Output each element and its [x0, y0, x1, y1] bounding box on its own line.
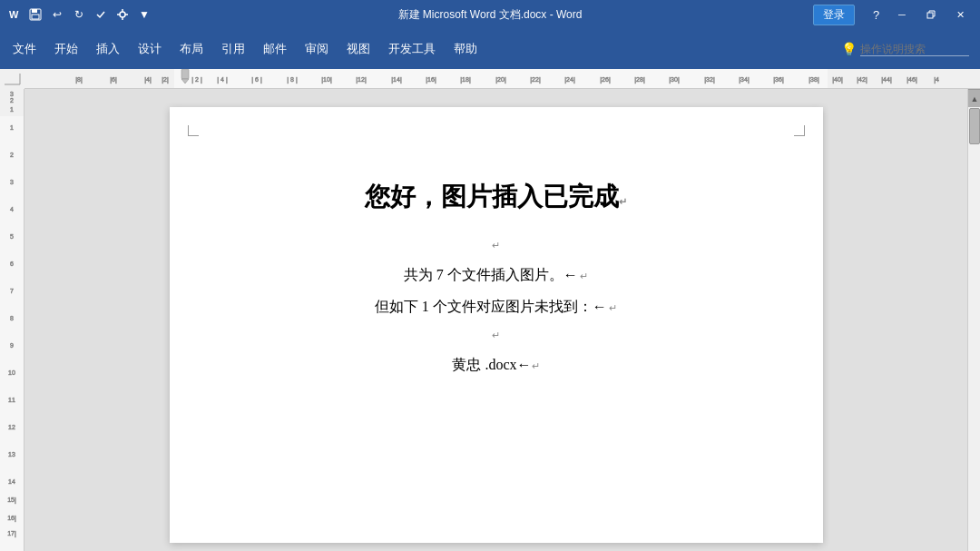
- titlebar: W ↩ ↻ ▼: [0, 0, 980, 29]
- doc-empty-line1: ↵: [251, 232, 741, 259]
- svg-text:2: 2: [10, 97, 14, 103]
- svg-rect-4: [32, 15, 39, 19]
- svg-text:| 2 |: | 2 |: [191, 76, 202, 84]
- svg-text:|4: |4: [934, 76, 939, 84]
- svg-text:9: 9: [10, 342, 14, 349]
- svg-rect-3: [32, 9, 37, 13]
- svg-text:1: 1: [10, 124, 14, 131]
- svg-text:12: 12: [8, 424, 15, 430]
- document-content: 您好，图片插入已完成↵ ↵ 共为 7 个文件插入图片。← ↵ 但如下 1 个文件…: [251, 180, 741, 380]
- svg-text:|12|: |12|: [356, 76, 367, 84]
- svg-text:5: 5: [10, 233, 14, 240]
- save-quickaccess-btn[interactable]: [27, 6, 44, 23]
- svg-text:16|: 16|: [7, 515, 16, 522]
- svg-rect-20: [181, 69, 189, 79]
- titlebar-title: 新建 Microsoft Word 文档.docx - Word: [398, 7, 583, 23]
- svg-text:|34|: |34|: [739, 76, 750, 84]
- svg-text:|20|: |20|: [495, 76, 506, 84]
- svg-text:|32|: |32|: [704, 76, 715, 84]
- svg-text:|40|: |40|: [832, 76, 843, 84]
- word-icon: W: [7, 7, 22, 22]
- menu-layout[interactable]: 布局: [171, 33, 212, 65]
- svg-text:|46|: |46|: [906, 76, 917, 84]
- svg-text:3: 3: [10, 179, 14, 185]
- svg-text:|4|: |4|: [144, 76, 152, 84]
- ruler-container: // This is decorative; we'll draw static…: [0, 69, 980, 89]
- svg-text:?: ?: [873, 8, 879, 22]
- corner-mark-tl: [188, 125, 199, 136]
- svg-text:7: 7: [10, 288, 14, 294]
- left-ruler: 1 2 3 4 5 6 7 8 9 10 11 12 13 14 15| 16|…: [0, 89, 24, 551]
- vertical-scrollbar[interactable]: ▲: [967, 89, 980, 551]
- restore-button[interactable]: [918, 4, 944, 25]
- menu-insert[interactable]: 插入: [87, 33, 129, 65]
- svg-text:8: 8: [10, 315, 14, 321]
- svg-text:15|: 15|: [7, 497, 16, 504]
- svg-text:10: 10: [8, 369, 15, 376]
- svg-text:2: 2: [10, 152, 14, 158]
- doc-line3: 黄忠 .docx←↵: [251, 349, 741, 380]
- svg-text:|6|: |6|: [110, 76, 117, 84]
- svg-text:|24|: |24|: [564, 76, 575, 84]
- svg-text:17|: 17|: [7, 530, 16, 537]
- undo-quickaccess-btn[interactable]: ↩: [49, 6, 65, 23]
- svg-text:6: 6: [10, 261, 14, 267]
- svg-text:|30|: |30|: [669, 76, 680, 84]
- svg-text:| 8 |: | 8 |: [287, 76, 298, 84]
- svg-point-5: [120, 12, 125, 17]
- svg-text:|18|: |18|: [460, 76, 471, 84]
- menu-references[interactable]: 引用: [212, 33, 254, 65]
- document-page: 您好，图片插入已完成↵ ↵ 共为 7 个文件插入图片。← ↵ 但如下 1 个文件…: [170, 107, 823, 543]
- svg-text:13: 13: [8, 451, 15, 458]
- lightbulb-icon: 💡: [841, 42, 857, 56]
- svg-rect-12: [927, 13, 933, 18]
- title-return-mark: ↵: [619, 196, 627, 207]
- doc-title-text: 您好，图片插入已完成: [365, 182, 619, 211]
- svg-text:|28|: |28|: [634, 76, 645, 84]
- svg-text:| 4 |: | 4 |: [217, 76, 228, 84]
- menu-design[interactable]: 设计: [129, 33, 171, 65]
- menu-home[interactable]: 开始: [45, 33, 87, 65]
- menu-view[interactable]: 视图: [338, 33, 379, 65]
- svg-text:|26|: |26|: [600, 76, 611, 84]
- svg-text:|22|: |22|: [530, 76, 541, 84]
- menu-help[interactable]: 帮助: [445, 33, 486, 65]
- svg-text:|8|: |8|: [75, 76, 83, 84]
- login-button[interactable]: 登录: [813, 5, 855, 25]
- top-ruler: // This is decorative; we'll draw static…: [24, 69, 980, 89]
- menu-mail[interactable]: 邮件: [254, 33, 296, 65]
- corner-mark-tr: [794, 125, 805, 136]
- more-quickaccess-btn[interactable]: ▼: [136, 6, 152, 23]
- doc-line1: 共为 7 个文件插入图片。← ↵: [251, 259, 741, 290]
- search-input[interactable]: [860, 43, 969, 56]
- menu-file[interactable]: 文件: [4, 33, 45, 65]
- svg-text:|14|: |14|: [391, 76, 402, 84]
- svg-text:3: 3: [10, 91, 14, 97]
- pin-quickaccess-btn[interactable]: [114, 6, 131, 23]
- check-quickaccess-btn[interactable]: [93, 6, 109, 23]
- svg-text:14: 14: [8, 478, 15, 485]
- redo-quickaccess-btn[interactable]: ↻: [71, 6, 87, 23]
- titlebar-right: 登录 ? ─ ✕: [813, 4, 973, 25]
- ruler-corner: [0, 69, 24, 89]
- menu-developer[interactable]: 开发工具: [379, 33, 445, 65]
- minimize-button[interactable]: ─: [889, 4, 915, 25]
- help-icon: ?: [869, 6, 886, 23]
- doc-title-line: 您好，图片插入已完成↵: [251, 180, 741, 214]
- menu-review[interactable]: 审阅: [296, 33, 338, 65]
- menubar: 文件 开始 插入 设计 布局 引用 邮件 审阅 视图 开发工具 帮助 💡: [0, 29, 980, 69]
- svg-text:1: 1: [10, 106, 14, 113]
- svg-text:W: W: [9, 9, 19, 20]
- doc-empty-line2: ↵: [251, 322, 741, 349]
- svg-text:|44|: |44|: [881, 76, 892, 84]
- titlebar-left: W ↩ ↻ ▼: [7, 6, 152, 23]
- svg-text:|42|: |42|: [857, 76, 867, 84]
- svg-text:11: 11: [8, 397, 15, 403]
- svg-text:|10|: |10|: [321, 76, 332, 84]
- doc-line2: 但如下 1 个文件对应图片未找到：← ↵: [251, 290, 741, 322]
- search-box: 💡: [841, 42, 969, 56]
- document-area[interactable]: 您好，图片插入已完成↵ ↵ 共为 7 个文件插入图片。← ↵ 但如下 1 个文件…: [24, 89, 967, 551]
- close-button[interactable]: ✕: [947, 4, 973, 25]
- svg-rect-13: [0, 69, 24, 89]
- svg-text:|36|: |36|: [773, 76, 784, 84]
